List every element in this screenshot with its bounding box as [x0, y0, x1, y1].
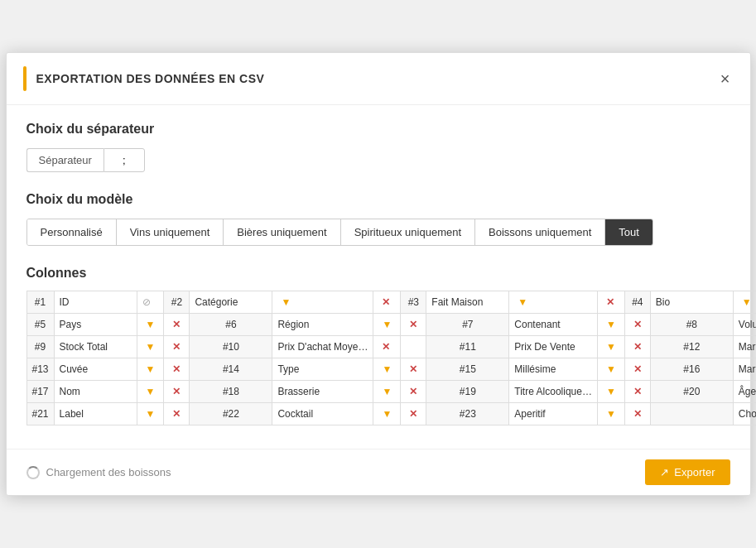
tab-bieres[interactable]: Bières uniquement [224, 219, 340, 245]
dropdown-button[interactable]: ▼ [603, 384, 619, 399]
model-section-title: Choix du modèle [26, 192, 730, 207]
dropdown-button[interactable]: ▼ [142, 317, 159, 332]
close-button[interactable]: × [717, 70, 734, 87]
tab-tout[interactable]: Tout [605, 219, 652, 245]
field-aperitif: Aperitif [509, 403, 598, 425]
field-fait-maison: Fait Maison [426, 291, 509, 314]
col-num: #11 [426, 336, 509, 358]
table-row: #1 ID ⊘ #2 Catégorie ▼ ✕ #3 Fait Maison … [26, 291, 756, 314]
field-brasserie: Brasserie [272, 381, 373, 403]
field-bio: Bio [650, 291, 733, 314]
field-prix-achat: Prix D'achat Moye… [272, 336, 373, 358]
dropdown-button[interactable]: ▼ [603, 406, 619, 421]
dropdown-button[interactable]: ▼ [603, 339, 619, 354]
dropdown-button[interactable]: ▼ [514, 295, 531, 310]
field-cuvee: Cuvée [54, 358, 137, 381]
table-row: #5 Pays ▼ ✕ #6 Région ▼ ✕ #7 Contenant ▼… [26, 314, 756, 336]
field-millesime: Millésime [509, 358, 598, 381]
col-num: #18 [190, 381, 272, 403]
remove-button[interactable]: ✕ [378, 295, 393, 310]
col-num: #20 [650, 381, 733, 403]
columns-title: Colonnes [26, 266, 730, 281]
col-num: #21 [26, 403, 54, 425]
dropdown-button[interactable]: ▼ [142, 384, 159, 399]
dropdown-button[interactable]: ▼ [603, 362, 619, 377]
separator-row: Séparateur [26, 148, 730, 172]
field-volume: Volume [733, 314, 756, 336]
remove-button[interactable]: ✕ [169, 384, 184, 399]
col-num: #3 [401, 291, 426, 314]
dropdown-button[interactable]: ▼ [378, 384, 395, 399]
field-prix-vente: Prix De Vente [509, 336, 598, 358]
field-id: ID [54, 291, 137, 314]
dropdown-button[interactable]: ▼ [739, 295, 755, 310]
col-num: #10 [190, 336, 272, 358]
dropdown-button[interactable]: ▼ [378, 317, 395, 332]
field-nom: Nom [54, 381, 137, 403]
columns-table: #1 ID ⊘ #2 Catégorie ▼ ✕ #3 Fait Maison … [26, 291, 757, 425]
remove-button[interactable]: ✕ [406, 406, 421, 421]
field-choisir[interactable]: Choisir [733, 403, 756, 425]
col-num: #15 [426, 358, 509, 381]
col-num: #8 [650, 314, 733, 336]
remove-button[interactable]: ✕ [406, 317, 421, 332]
remove-button[interactable]: ✕ [169, 406, 184, 421]
field-label: Label [54, 403, 137, 425]
remove-button[interactable]: ✕ [406, 384, 421, 399]
tab-vins[interactable]: Vins uniquement [117, 219, 224, 245]
field-pays: Pays [54, 314, 137, 336]
field-region: Région [272, 314, 373, 336]
remove-button[interactable]: ✕ [630, 362, 645, 377]
remove-button[interactable]: ✕ [378, 339, 393, 354]
col-num: #7 [426, 314, 509, 336]
table-row: #13 Cuvée ▼ ✕ #14 Type ▼ ✕ #15 Millésime… [26, 358, 756, 381]
table-row: #17 Nom ▼ ✕ #18 Brasserie ▼ ✕ #19 Titre … [26, 381, 756, 403]
col-num: #13 [26, 358, 54, 381]
loading-text: Chargement des boissons [46, 466, 171, 478]
tab-spiritueux[interactable]: Spiritueux uniquement [341, 219, 475, 245]
separator-section-title: Choix du séparateur [26, 122, 730, 137]
col-num [650, 403, 733, 425]
header-accent-bar [23, 66, 26, 91]
field-type: Type [272, 358, 373, 381]
col-num: #4 [624, 291, 650, 314]
dropdown-button[interactable]: ▼ [378, 362, 395, 377]
separator-label: Séparateur [26, 148, 104, 172]
col-num: #9 [26, 336, 54, 358]
tab-personnalise[interactable]: Personnalisé [27, 219, 117, 245]
remove-button[interactable]: ✕ [630, 384, 645, 399]
field-categorie: Catégorie [190, 291, 272, 314]
remove-button[interactable]: ✕ [169, 317, 184, 332]
col-num: #5 [26, 314, 54, 336]
dropdown-button[interactable]: ▼ [378, 406, 395, 421]
remove-button[interactable]: ✕ [169, 339, 184, 354]
model-tabs: Personnalisé Vins uniquement Bières uniq… [26, 219, 653, 246]
dropdown-button[interactable]: ▼ [142, 406, 159, 421]
dropdown-button[interactable]: ▼ [142, 362, 159, 377]
export-button[interactable]: ↗ Exporter [645, 459, 730, 485]
col-num: #14 [190, 358, 272, 381]
table-row: #21 Label ▼ ✕ #22 Cocktail ▼ ✕ #23 Aperi… [26, 403, 756, 425]
col-num: #22 [190, 403, 272, 425]
remove-button[interactable]: ✕ [630, 339, 645, 354]
field-contenant: Contenant [509, 314, 598, 336]
col-num: #2 [164, 291, 190, 314]
no-remove-cell: ⊘ [137, 291, 164, 314]
dropdown-button[interactable]: ▼ [142, 339, 159, 354]
columns-section: Colonnes #1 ID ⊘ #2 Catégorie ▼ ✕ #3 Fai… [26, 266, 730, 425]
col-num: #16 [650, 358, 733, 381]
remove-button[interactable]: ✕ [630, 317, 645, 332]
col-num: #12 [650, 336, 733, 358]
dropdown-button[interactable]: ▼ [277, 295, 294, 310]
tab-boissons[interactable]: Boissons uniquement [475, 219, 605, 245]
field-stock-total: Stock Total [54, 336, 137, 358]
dropdown-button[interactable]: ▼ [603, 317, 619, 332]
table-row: #9 Stock Total ▼ ✕ #10 Prix D'achat Moye… [26, 336, 756, 358]
remove-button[interactable]: ✕ [603, 295, 618, 310]
remove-button[interactable]: ✕ [406, 362, 421, 377]
remove-button[interactable]: ✕ [169, 362, 184, 377]
field-cocktail: Cocktail [272, 403, 373, 425]
remove-button[interactable]: ✕ [630, 406, 645, 421]
separator-input[interactable] [104, 148, 145, 172]
col-num: #23 [426, 403, 509, 425]
